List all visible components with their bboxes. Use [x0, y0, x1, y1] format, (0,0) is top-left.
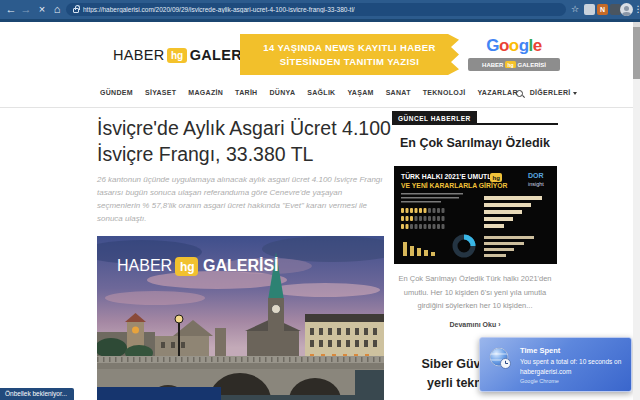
time-spent-notification[interactable]: Time Spent You spent a total of: 10 seco… [479, 337, 632, 392]
scrollbar-thumb[interactable] [633, 27, 640, 79]
logo-word-1: HABER [113, 47, 164, 63]
nav-item-siyaset[interactable]: SİYASET [145, 89, 176, 96]
home-icon[interactable]: ⌂ [50, 1, 64, 18]
sidebar-post1-title[interactable]: En Çok Sarılmayı Özledik [392, 136, 558, 150]
article-excerpt: 26 kantonun üçünde uygulamaya alınacak a… [97, 174, 383, 226]
browser-window: ← → × ⌂ https://habergalerisi.com/2020/0… [0, 0, 640, 400]
back-icon[interactable]: ← [4, 1, 18, 18]
notification-title: Time Spent [520, 346, 560, 355]
lock-icon [73, 8, 79, 13]
svg-text:DOR: DOR [528, 172, 544, 179]
extension-n-icon[interactable]: N [597, 4, 608, 15]
main-nav: GÜNDEM SİYASET MAGAZİN TARİH DÜNYA SAĞLI… [100, 89, 520, 96]
menu-dots-icon[interactable]: ⋮ [631, 1, 640, 18]
google-haber-badge: HABER hg GALERİSİ [468, 58, 560, 71]
nav-item-saglik[interactable]: SAĞLIK [307, 89, 335, 96]
notification-source: Google Chrome [520, 378, 559, 384]
read-more-link[interactable]: Devamını Oku › [392, 321, 558, 328]
svg-text:hg: hg [180, 260, 195, 274]
status-bar: Önbellek bekleniyor... [0, 388, 74, 400]
bookmark-star-icon[interactable]: ☆ [568, 1, 582, 18]
svg-text:insight: insight [528, 181, 544, 187]
google-logo: Google [468, 36, 560, 56]
svg-text:GALERİSİ: GALERİSİ [203, 257, 279, 274]
extension-icon[interactable] [584, 4, 595, 15]
nav-item-gundem[interactable]: GÜNDEM [100, 89, 133, 96]
site-logo[interactable]: HABER hg GALERİSİ [113, 47, 261, 63]
browser-toolbar: ← → × ⌂ https://habergalerisi.com/2020/0… [0, 0, 640, 22]
forward-icon[interactable]: → [19, 1, 33, 18]
promo-banner[interactable]: 14 YAŞINDA NEWS KAYITLI HABER SİTESİNDEN… [240, 34, 459, 75]
nav-item-yasam[interactable]: YAŞAM [347, 89, 373, 96]
article-hero-image[interactable]: HABER hg GALERİSİ [97, 236, 384, 400]
chevron-down-icon [573, 92, 577, 95]
promo-banner-line1: 14 YAŞINDA NEWS KAYITLI HABER [263, 42, 435, 53]
hero-caption-band [97, 387, 221, 400]
stop-icon[interactable]: × [35, 1, 49, 18]
nav-item-sanat[interactable]: SANAT [386, 89, 411, 96]
notification-body: You spent a total of: 10 seconds on habe… [520, 357, 624, 377]
url-text[interactable]: https://habergalerisi.com/2020/09/29/isv… [83, 6, 355, 13]
address-bar[interactable]: https://habergalerisi.com/2020/09/29/isv… [66, 3, 566, 16]
header-divider [0, 107, 640, 108]
nav-item-teknoloji[interactable]: TEKNOLOJİ [423, 89, 466, 96]
nav-item-tarih[interactable]: TARİH [235, 89, 257, 96]
nav-item-yazarlar[interactable]: YAZARLAR [477, 89, 517, 96]
nav-item-magazin[interactable]: MAGAZİN [188, 89, 223, 96]
svg-text:VE YENİ KARARLARLA GİRİYOR: VE YENİ KARARLARLA GİRİYOR [401, 182, 508, 189]
svg-text:HABER: HABER [117, 257, 172, 274]
svg-text:TÜRK HALKI 2021'E UMUTLA: TÜRK HALKI 2021'E UMUTLA [401, 172, 496, 180]
search-icon[interactable] [516, 90, 526, 100]
google-news-block[interactable]: Google HABER hg GALERİSİ [468, 36, 560, 71]
hero-watermark: HABER hg GALERİSİ [117, 257, 279, 276]
badge-hg-icon: hg [505, 61, 515, 68]
svg-text:hg: hg [493, 175, 501, 181]
globe-clock-icon [489, 347, 512, 370]
nav-item-dunya[interactable]: DÜNYA [269, 89, 295, 96]
nav-item-digerleri[interactable]: DİĞERLERİ [530, 89, 577, 96]
promo-banner-line2: SİTESİNDEN TANITIM YAZISI [280, 56, 420, 67]
sidebar-section-badge[interactable]: GÜNCEL HABERLER [392, 111, 477, 125]
sidebar-post1-infographic[interactable]: TÜRK HALKI 2021'E UMUTLA VE YENİ KARARLA… [394, 166, 557, 264]
article-title: İsviçre'de Aylık Asgari Ücret 4.100 İsvi… [97, 116, 392, 167]
sidebar-post1-excerpt: En Çok Sarılmayı Özledik Türk halkı 2021… [390, 272, 560, 313]
logo-hg-badge: hg [167, 48, 186, 63]
